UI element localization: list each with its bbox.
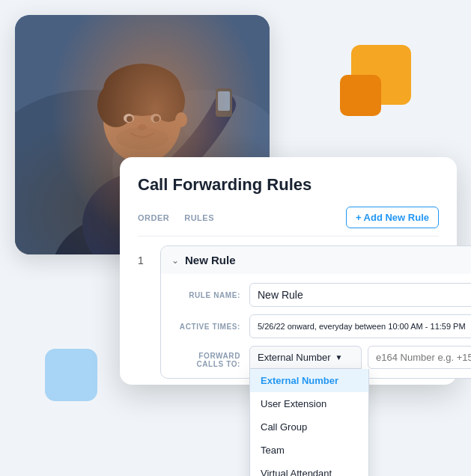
forward-calls-row: FORWARD CALLS TO: External Number ▼ Exte… bbox=[173, 346, 471, 369]
svg-point-17 bbox=[175, 112, 187, 127]
svg-point-9 bbox=[152, 80, 185, 122]
svg-point-13 bbox=[154, 116, 159, 122]
svg-point-10 bbox=[124, 114, 134, 123]
active-times-row: ACTIVE TIMES: 5/26/22 onward, everyday b… bbox=[173, 314, 471, 338]
rule-panel: ⌄ New Rule RULE NAME: ACTIVE TIMES: 5/26… bbox=[160, 245, 471, 379]
svg-rect-15 bbox=[216, 88, 232, 117]
add-new-rule-button[interactable]: + Add New Rule bbox=[346, 207, 439, 228]
rule-order-number: 1 bbox=[138, 245, 153, 266]
svg-point-8 bbox=[97, 82, 135, 127]
forward-select-dropdown: External Number User Extension Call Grou… bbox=[249, 369, 369, 476]
card-title: Call Forwarding Rules bbox=[138, 175, 439, 195]
chevron-down-icon: ⌄ bbox=[171, 255, 179, 266]
rule-name-input[interactable] bbox=[249, 283, 471, 307]
order-label: ORDER bbox=[138, 213, 169, 222]
svg-point-12 bbox=[127, 116, 133, 122]
dropdown-item-team[interactable]: Team bbox=[250, 439, 368, 462]
svg-point-7 bbox=[103, 64, 181, 116]
active-times-text: 5/26/22 onward, everyday between 10:00 A… bbox=[258, 322, 466, 331]
bg-decoration-blue bbox=[45, 349, 97, 401]
e164-number-input[interactable] bbox=[368, 346, 471, 369]
call-forwarding-card: Call Forwarding Rules ORDER RULES + Add … bbox=[120, 157, 457, 385]
rule-body: RULE NAME: ACTIVE TIMES: 5/26/22 onward,… bbox=[161, 274, 471, 378]
table-header: ORDER RULES + Add New Rule bbox=[138, 207, 439, 237]
svg-point-18 bbox=[116, 127, 168, 150]
forward-select-value: External Number bbox=[258, 352, 331, 363]
rule-title: New Rule bbox=[185, 254, 236, 266]
active-times-label: ACTIVE TIMES: bbox=[173, 323, 240, 331]
forward-select-button[interactable]: External Number ▼ bbox=[249, 346, 362, 369]
svg-rect-16 bbox=[218, 91, 230, 111]
rules-label: RULES bbox=[184, 213, 214, 222]
dropdown-item-virtual-attendant[interactable]: Virtual Attendant bbox=[250, 462, 368, 476]
rule-panel-header[interactable]: ⌄ New Rule bbox=[161, 246, 471, 274]
rule-row: 1 ⌄ New Rule RULE NAME: ACTIVE TIMES: 5/… bbox=[138, 245, 439, 379]
forward-select-wrapper: External Number ▼ External Number User E… bbox=[249, 346, 362, 369]
svg-point-6 bbox=[103, 76, 181, 163]
rule-name-row: RULE NAME: bbox=[173, 283, 471, 307]
dropdown-item-call-group[interactable]: Call Group bbox=[250, 415, 368, 439]
table-labels: ORDER RULES bbox=[138, 213, 214, 222]
dropdown-item-external-number[interactable]: External Number bbox=[250, 369, 368, 392]
select-chevron-icon: ▼ bbox=[335, 353, 343, 361]
rule-name-label: RULE NAME: bbox=[173, 291, 240, 299]
active-times-value[interactable]: 5/26/22 onward, everyday between 10:00 A… bbox=[249, 314, 471, 338]
bg-decoration-orange-small bbox=[340, 75, 381, 116]
svg-point-14 bbox=[138, 124, 147, 130]
dropdown-item-user-extension[interactable]: User Extension bbox=[250, 392, 368, 415]
svg-point-11 bbox=[151, 114, 161, 123]
forward-calls-label: FORWARD CALLS TO: bbox=[173, 346, 240, 368]
